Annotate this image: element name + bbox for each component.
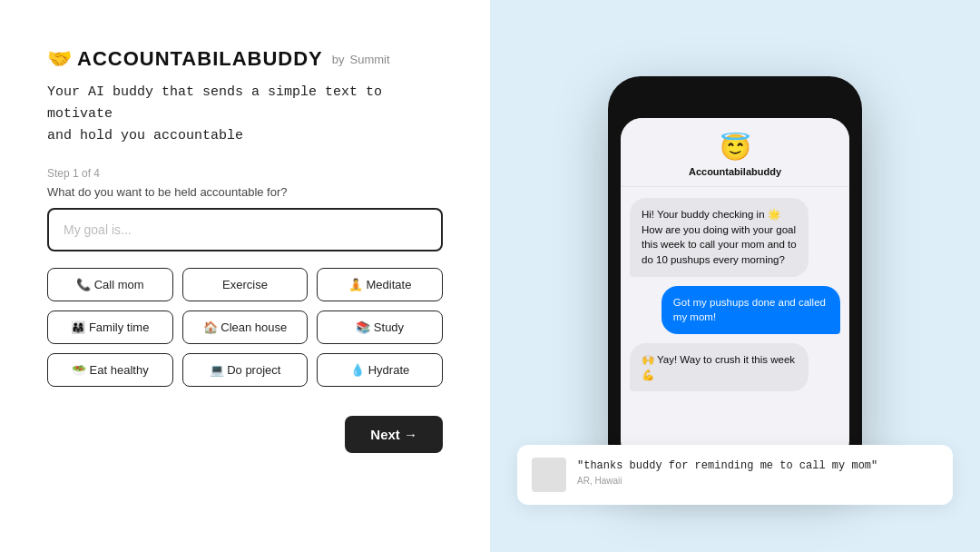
brand-name: ACCOUNTABILABUDDY (77, 47, 323, 71)
chip-call-mom[interactable]: 📞 Call mom (47, 268, 173, 301)
next-btn-row: Next → (47, 416, 443, 453)
brand-row: 🤝 ACCOUNTABILABUDDY by Summit (47, 47, 443, 71)
phone-screen: 😇 Accountabilabuddy Hi! Your buddy check… (621, 118, 849, 463)
phone-notch (690, 89, 780, 111)
phone-avatar: 😇 (720, 133, 751, 163)
right-panel: 😇 Accountabilabuddy Hi! Your buddy check… (490, 0, 980, 552)
brand-icon: 🤝 (47, 47, 72, 71)
chat-bubble-received: Hi! Your buddy checking in 🌟 How are you… (630, 198, 808, 277)
chip-meditate[interactable]: 🧘 Meditate (317, 268, 443, 301)
phone-header: 😇 Accountabilabuddy (621, 118, 849, 187)
chip-study[interactable]: 📚 Study (317, 310, 443, 344)
testimonial: "thanks buddy for reminding me to call m… (517, 445, 953, 505)
chat-bubble-sent: Got my pushups done and called my mom! (662, 286, 840, 334)
testimonial-author: AR, Hawaii (577, 476, 877, 486)
phone-contact-name: Accountabilabuddy (689, 166, 781, 177)
tagline: Your AI buddy that sends a simple text t… (47, 82, 443, 147)
chip-do-project[interactable]: 💻 Do project (182, 353, 309, 387)
brand-by: by (332, 53, 345, 66)
testimonial-quote: "thanks buddy for reminding me to call m… (577, 458, 877, 474)
chip-grid: 📞 Call momExercise🧘 Meditate👨‍👩‍👧 Family… (47, 268, 443, 387)
chip-exercise[interactable]: Exercise (182, 268, 309, 301)
testimonial-content: "thanks buddy for reminding me to call m… (577, 458, 877, 486)
chip-family-time[interactable]: 👨‍👩‍👧 Family time (47, 310, 173, 344)
chip-clean-house[interactable]: 🏠 Clean house (182, 310, 309, 344)
chat-area: Hi! Your buddy checking in 🌟 How are you… (621, 187, 849, 463)
brand-summit: Summit (350, 53, 390, 66)
next-button[interactable]: Next → (345, 416, 443, 453)
chip-eat-healthy[interactable]: 🥗 Eat healthy (47, 353, 173, 387)
goal-input[interactable] (47, 208, 443, 251)
chat-bubble-received: 🙌 Yay! Way to crush it this week 💪 (630, 343, 808, 391)
chip-hydrate[interactable]: 💧 Hydrate (317, 353, 443, 387)
testimonial-photo (532, 458, 566, 492)
phone-mockup: 😇 Accountabilabuddy Hi! Your buddy check… (608, 76, 862, 476)
step-label: Step 1 of 4 (47, 167, 443, 180)
question-label: What do you want to be held accountable … (47, 185, 443, 199)
left-panel: 🤝 ACCOUNTABILABUDDY by Summit Your AI bu… (0, 0, 490, 552)
